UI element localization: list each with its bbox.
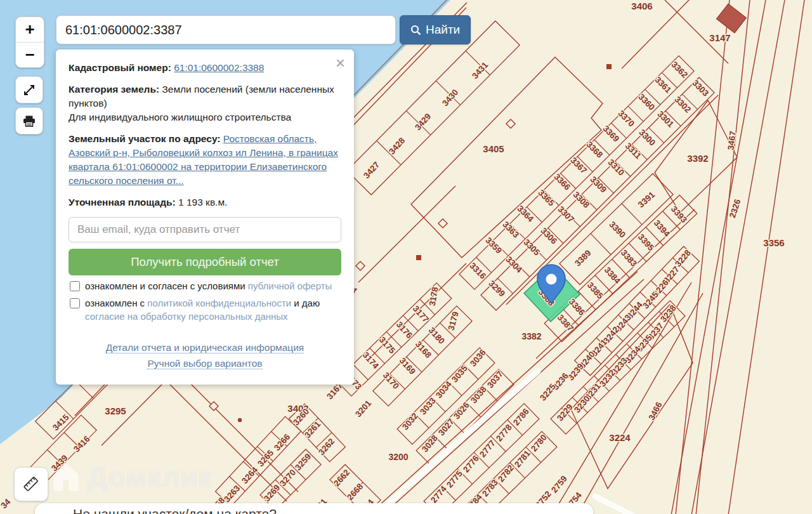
map-marker-square — [416, 255, 421, 260]
offer-checkbox[interactable] — [70, 281, 80, 291]
consent-offer-row: ознакомлен и согласен с условиями публич… — [69, 280, 341, 293]
parcel-label-3224[interactable]: 3224 — [609, 432, 631, 443]
manual-select-link[interactable]: Ручной выбор вариантов — [147, 358, 262, 369]
privacy-policy-link[interactable]: политикой конфиденциальности — [147, 298, 291, 308]
cadastral-number-link[interactable]: 61:01:0600002:3388 — [174, 62, 264, 73]
parcel-label-3295[interactable]: 3295 — [105, 405, 126, 416]
map-marker-square — [606, 64, 612, 69]
cadastral-number-row: Кадастровый номер: 61:01:0600002:3388 — [69, 61, 341, 75]
parcel-label-3405[interactable]: 3405 — [483, 143, 504, 154]
offer-text: ознакомлен и согласен с условиями публич… — [85, 280, 332, 293]
area-row: Уточненная площадь: 1 193 кв.м. — [69, 195, 341, 209]
public-offer-link[interactable]: публичной оферты — [248, 280, 332, 291]
consent-privacy-row: ознакомлен с политикой конфиденциальност… — [69, 297, 341, 323]
printer-icon — [22, 115, 36, 128]
cadastral-map-app: 3406314733923356340534033295320032243382… — [0, 0, 812, 514]
address-label: Земельный участок по адресу: — [69, 133, 220, 144]
land-purpose: Для индивидуального жилищного строительс… — [69, 110, 341, 124]
zoom-control-group: + − — [15, 16, 44, 68]
parcel-label-3406[interactable]: 3406 — [631, 1, 652, 11]
search-bar: Найти — [56, 15, 471, 44]
search-button[interactable]: Найти — [400, 15, 471, 44]
search-icon — [410, 25, 421, 36]
map-marker-dot — [238, 418, 242, 422]
close-icon[interactable]: × — [336, 55, 345, 71]
expand-icon — [23, 84, 36, 96]
get-report-button[interactable]: Получить подробный отчет — [69, 249, 341, 275]
zoom-out-button[interactable]: − — [16, 42, 44, 67]
parcel-label-3356[interactable]: 3356 — [763, 237, 784, 248]
parcel-label-3392[interactable]: 3392 — [687, 153, 708, 164]
fullscreen-button[interactable] — [15, 76, 43, 103]
measure-tool-button[interactable] — [14, 467, 48, 501]
area-value: 1 193 кв.м. — [178, 197, 227, 208]
parcel-info-popup: × Кадастровый номер: 61:01:0600002:3388 … — [56, 49, 354, 385]
privacy-checkbox[interactable] — [70, 298, 80, 308]
parcel-label-3382[interactable]: 3382 — [521, 331, 541, 341]
print-button[interactable] — [15, 107, 43, 135]
bottom-search-bar[interactable]: Не нашли участок/дом на карте? — [35, 503, 593, 514]
address-row: Земельный участок по адресу: Ростовская … — [69, 132, 341, 188]
zoom-in-button[interactable]: + — [16, 17, 44, 42]
bottom-bar-text: Не нашли участок/дом на карте? — [73, 506, 277, 514]
email-field[interactable] — [69, 217, 341, 242]
privacy-text: ознакомлен с политикой конфиденциальност… — [85, 297, 320, 323]
report-details-link[interactable]: Детали отчета и юридическая информация — [106, 342, 304, 353]
cadastral-number-label: Кадастровый номер: — [69, 62, 171, 73]
area-label: Уточненная площадь: — [69, 197, 176, 208]
parcel-label-3147[interactable]: 3147 — [709, 32, 730, 43]
land-category-label: Категория земель: — [69, 84, 159, 95]
land-category-row: Категория земель: Земли поселений (земли… — [69, 82, 341, 124]
personal-data-link[interactable]: согласие на обработку персональных данны… — [85, 310, 320, 323]
ruler-icon — [22, 475, 41, 494]
popup-footer-links: Детали отчета и юридическая информация Р… — [69, 339, 341, 372]
search-input[interactable] — [56, 15, 396, 44]
search-button-label: Найти — [426, 23, 460, 37]
parcel-label-3200[interactable]: 3200 — [388, 452, 408, 462]
